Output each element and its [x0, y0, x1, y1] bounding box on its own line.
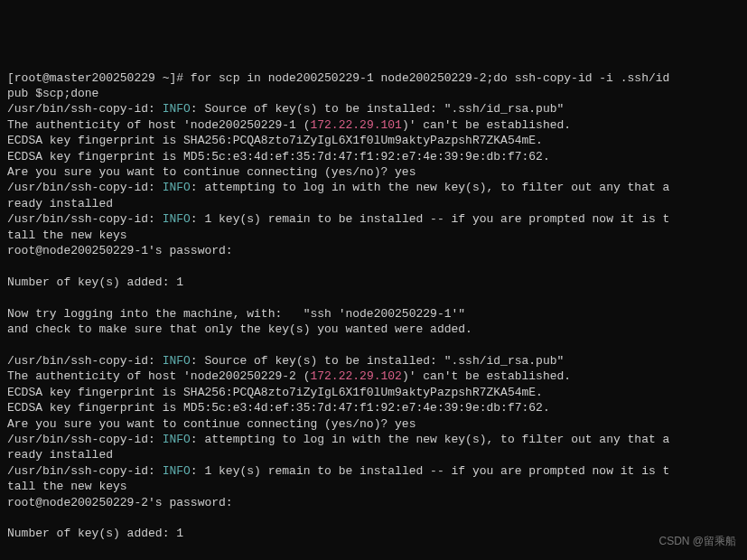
tall-line: tall the new keys — [7, 480, 127, 493]
ssh-line: /usr/bin/ssh-copy-id: INFO: Source of ke… — [7, 102, 564, 116]
info-tag: INFO — [163, 181, 191, 194]
fp-md5: ECDSA key fingerprint is MD5:5c:e3:4d:ef… — [7, 401, 550, 415]
prompt-top: [root@master200250229 ~]# for scp in nod… — [7, 71, 669, 85]
fp-md5: ECDSA key fingerprint is MD5:5c:e3:4d:ef… — [7, 150, 550, 163]
info-tag: INFO — [163, 212, 191, 226]
keys-added: Number of key(s) added: 1 — [7, 275, 183, 289]
remain-line: /usr/bin/ssh-copy-id: INFO: 1 key(s) rem… — [7, 212, 669, 226]
ready-line: ready installed — [7, 448, 113, 462]
try-login: Now try logging into the machine, with: … — [7, 307, 465, 321]
keys-added: Number of key(s) added: 1 — [7, 527, 183, 540]
ip-address: 172.22.29.102 — [310, 369, 401, 383]
fp-sha: ECDSA key fingerprint is SHA256:PCQA8zto… — [7, 386, 543, 399]
watermark: CSDN @留乘船 — [658, 534, 736, 549]
info-tag: INFO — [163, 102, 191, 116]
attempt-line: /usr/bin/ssh-copy-id: INFO: attempting t… — [7, 181, 669, 194]
auth-line: The authenticity of host 'node200250229-… — [7, 369, 571, 383]
info-tag: INFO — [163, 464, 191, 478]
info-tag: INFO — [163, 354, 191, 368]
info-tag: INFO — [163, 433, 191, 446]
tall-line: tall the new keys — [7, 229, 127, 242]
fp-sha: ECDSA key fingerprint is SHA256:PCQA8zto… — [7, 134, 543, 147]
remain-line: /usr/bin/ssh-copy-id: INFO: 1 key(s) rem… — [7, 464, 669, 478]
attempt-line: /usr/bin/ssh-copy-id: INFO: attempting t… — [7, 433, 669, 446]
check-line: and check to make sure that only the key… — [7, 322, 472, 336]
auth-line: The authenticity of host 'node200250229-… — [7, 118, 571, 132]
confirm-line: Are you sure you want to continue connec… — [7, 165, 416, 179]
ip-address: 172.22.29.101 — [310, 118, 401, 132]
ssh-line: /usr/bin/ssh-copy-id: INFO: Source of ke… — [7, 354, 564, 368]
terminal-output[interactable]: [root@master200250229 ~]# for scp in nod… — [7, 70, 740, 560]
cmd-cont: pub $scp;done — [7, 87, 98, 100]
password-prompt: root@node200250229-1's password: — [7, 244, 233, 257]
password-prompt: root@node200250229-2's password: — [7, 496, 233, 509]
ready-line: ready installed — [7, 197, 113, 210]
confirm-line: Are you sure you want to continue connec… — [7, 417, 416, 431]
